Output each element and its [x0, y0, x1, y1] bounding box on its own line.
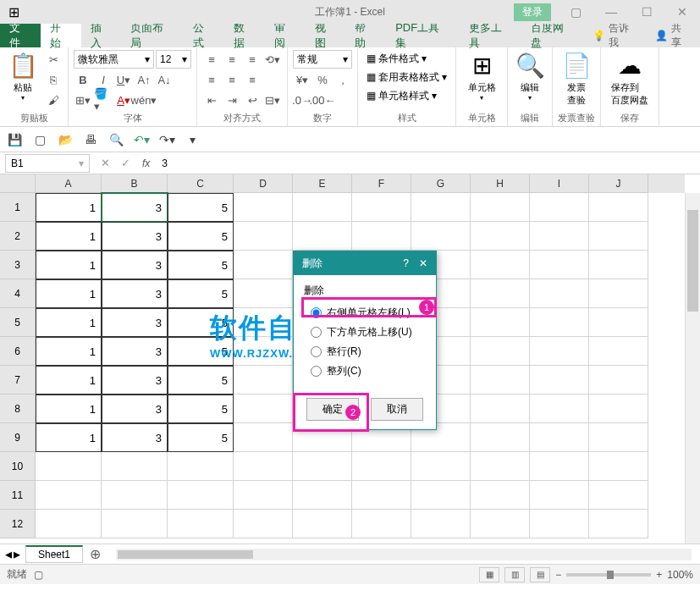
sheet-nav-next[interactable]: ▸	[14, 546, 20, 562]
cell-H11[interactable]	[471, 481, 530, 510]
menu-layout[interactable]: 页面布局	[121, 24, 184, 47]
cell-J8[interactable]	[589, 395, 648, 423]
cell-C8[interactable]: 5	[168, 395, 234, 423]
cell-I1[interactable]	[530, 193, 589, 222]
formula-input[interactable]: 3	[157, 157, 700, 169]
row-header-1[interactable]: 1	[0, 193, 36, 222]
cell-B10[interactable]	[102, 452, 168, 481]
cell-B9[interactable]: 3	[102, 423, 168, 452]
cell-G1[interactable]	[411, 193, 471, 222]
cell-B2[interactable]: 3	[102, 222, 168, 251]
row-header-2[interactable]: 2	[0, 222, 36, 251]
cell-styles-button[interactable]: ▦单元格样式▾	[363, 87, 450, 104]
cell-E1[interactable]	[293, 193, 352, 222]
wrap-text-button[interactable]: ↩	[243, 91, 262, 109]
cell-G11[interactable]	[411, 481, 471, 510]
radio-entire-row[interactable]: 整行(R)	[304, 342, 426, 361]
open-icon[interactable]: 📂	[56, 130, 74, 149]
sheet-tab[interactable]: Sheet1	[25, 545, 83, 563]
cell-D7[interactable]	[234, 366, 293, 395]
cell-A8[interactable]: 1	[36, 395, 102, 423]
row-header-8[interactable]: 8	[0, 395, 36, 423]
align-top-button[interactable]: ≡	[202, 50, 221, 69]
cell-C10[interactable]	[168, 452, 234, 481]
cell-D6[interactable]	[234, 337, 293, 366]
cell-A1[interactable]: 1	[36, 193, 102, 222]
row-header-12[interactable]: 12	[0, 510, 36, 538]
cell-B12[interactable]	[102, 510, 168, 538]
row-header-3[interactable]: 3	[0, 251, 36, 279]
cell-I9[interactable]	[530, 423, 589, 452]
save-baidu-button[interactable]: ☁ 保存到 百度网盘	[606, 50, 653, 108]
orientation-button[interactable]: ⟲▾	[263, 50, 282, 69]
col-header-F[interactable]: F	[352, 174, 411, 193]
borders-button[interactable]: ⊞▾	[74, 91, 92, 109]
number-format-dropdown[interactable]: 常规▾	[293, 50, 352, 69]
cell-H4[interactable]	[471, 279, 530, 308]
cell-C9[interactable]: 5	[168, 423, 234, 452]
cell-J4[interactable]	[589, 279, 648, 308]
col-header-C[interactable]: C	[168, 174, 234, 193]
cell-I2[interactable]	[530, 222, 589, 251]
close-button[interactable]: ✕	[664, 0, 700, 24]
merge-button[interactable]: ⊟▾	[263, 91, 282, 109]
minimize-button[interactable]: —	[593, 0, 629, 24]
increase-font-button[interactable]: A↑	[135, 70, 153, 89]
cell-D5[interactable]	[234, 308, 293, 337]
col-header-H[interactable]: H	[471, 174, 530, 193]
cell-B4[interactable]: 3	[102, 279, 168, 308]
cell-C12[interactable]	[168, 510, 234, 538]
cell-J3[interactable]	[589, 251, 648, 279]
menu-data[interactable]: 数据	[224, 24, 265, 47]
cell-I6[interactable]	[530, 337, 589, 366]
cell-D3[interactable]	[234, 251, 293, 279]
cell-I4[interactable]	[530, 279, 589, 308]
cell-D8[interactable]	[234, 395, 293, 423]
cell-A7[interactable]: 1	[36, 366, 102, 395]
tell-me-search[interactable]: 💡 告诉我	[584, 21, 647, 50]
row-header-4[interactable]: 4	[0, 279, 36, 308]
cell-I3[interactable]	[530, 251, 589, 279]
increase-indent-button[interactable]: ⇥	[223, 91, 241, 109]
cell-D11[interactable]	[234, 481, 293, 510]
cell-B8[interactable]: 3	[102, 395, 168, 423]
col-header-I[interactable]: I	[530, 174, 589, 193]
cell-I5[interactable]	[530, 308, 589, 337]
cell-B5[interactable]: 3	[102, 308, 168, 337]
cell-I12[interactable]	[530, 510, 589, 538]
zoom-in-button[interactable]: +	[656, 569, 662, 581]
cell-D1[interactable]	[234, 193, 293, 222]
underline-button[interactable]: U▾	[114, 70, 133, 89]
cell-B11[interactable]	[102, 481, 168, 510]
menu-help[interactable]: 帮助	[345, 24, 386, 47]
cell-I11[interactable]	[530, 481, 589, 510]
qat-customize-icon[interactable]: ▾	[183, 130, 201, 149]
cell-E12[interactable]	[293, 510, 352, 538]
select-all-corner[interactable]	[0, 174, 36, 193]
cell-G10[interactable]	[411, 452, 471, 481]
fx-icon[interactable]: fx	[142, 157, 150, 169]
radio-shift-left[interactable]: 右侧单元格左移(L)	[304, 303, 426, 323]
zoom-level[interactable]: 100%	[667, 569, 693, 581]
sheet-nav-prev[interactable]: ◂	[5, 546, 12, 562]
cell-J2[interactable]	[589, 222, 648, 251]
font-name-dropdown[interactable]: 微软雅黑▾	[74, 50, 154, 69]
col-header-J[interactable]: J	[589, 174, 648, 193]
new-icon[interactable]: ▢	[30, 130, 49, 149]
cell-D10[interactable]	[234, 452, 293, 481]
align-bottom-button[interactable]: ≡	[243, 50, 262, 69]
print-icon[interactable]: 🖶	[81, 130, 100, 149]
dialog-cancel-button[interactable]: 取消	[371, 398, 423, 421]
cell-F2[interactable]	[352, 222, 411, 251]
cell-H1[interactable]	[471, 193, 530, 222]
cells-button[interactable]: ⊞ 单元格 ▾	[461, 50, 502, 103]
align-left-button[interactable]: ≡	[202, 70, 221, 89]
paste-button[interactable]: 📋 粘贴 ▾	[5, 50, 41, 103]
view-layout-button[interactable]: ▥	[504, 567, 525, 582]
percent-button[interactable]: %	[313, 70, 332, 89]
cell-A11[interactable]	[36, 481, 102, 510]
cell-B7[interactable]: 3	[102, 366, 168, 395]
cell-G2[interactable]	[411, 222, 471, 251]
radio-entire-col[interactable]: 整列(C)	[304, 361, 426, 381]
cell-A5[interactable]: 1	[36, 308, 102, 337]
